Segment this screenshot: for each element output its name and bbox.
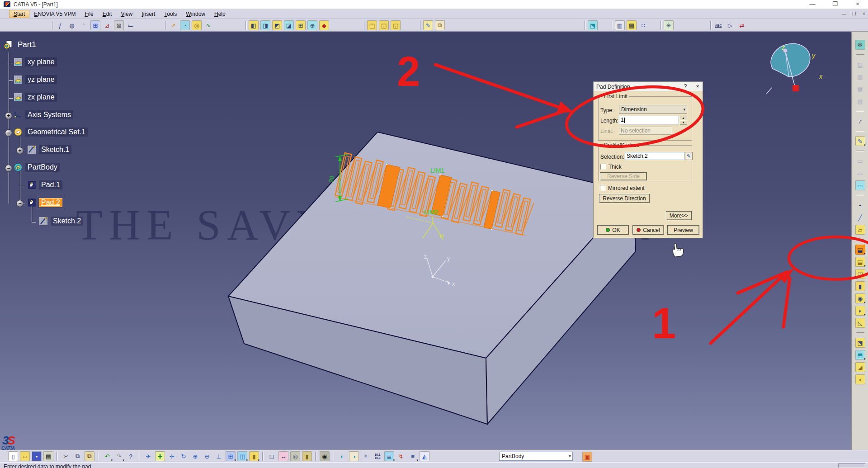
normal-view-button[interactable]: ⊥ bbox=[214, 451, 224, 461]
menu-item-insert[interactable]: Insert bbox=[137, 10, 160, 18]
draft-angle-button[interactable]: ◢ bbox=[855, 362, 865, 372]
tree-item-sketch-1[interactable]: Sketch.1 bbox=[27, 145, 71, 154]
shell-button[interactable]: ◖ bbox=[855, 374, 865, 384]
limit-input[interactable]: No selection bbox=[619, 127, 672, 135]
print-button[interactable]: ▤ bbox=[43, 451, 53, 461]
reverse-direction-button[interactable]: Reverse Direction bbox=[599, 194, 650, 203]
enovia-save-a-button[interactable]: ▤ bbox=[855, 60, 865, 70]
web-globe-button[interactable]: ◍ bbox=[67, 20, 77, 30]
tree-item-sketch-2[interactable]: Sketch.2 bbox=[39, 217, 83, 226]
sketch-edit-button[interactable]: ✎ bbox=[685, 152, 693, 160]
menu-item-view[interactable]: View bbox=[116, 10, 137, 18]
dropdown-arrow-icon[interactable]: ▾ bbox=[123, 459, 124, 462]
swap-tree-button[interactable]: ⇄ bbox=[737, 20, 747, 30]
open-box-2-button[interactable]: ◱ bbox=[379, 20, 389, 30]
dropdown-arrow-icon[interactable]: ▾ bbox=[111, 459, 113, 462]
units-decimals-button[interactable]: 10,110,0 bbox=[373, 451, 382, 461]
boolean-table-button[interactable]: ⊞ bbox=[296, 20, 306, 30]
dropdown-arrow-icon[interactable]: ▾ bbox=[246, 459, 248, 462]
select-button[interactable]: ↑ bbox=[855, 116, 865, 126]
dropdown-arrow-icon[interactable]: ▾ bbox=[393, 459, 395, 462]
tree-item-label[interactable]: PartBody bbox=[25, 163, 60, 172]
tree-item-pad-2[interactable]: Pad.2 bbox=[27, 198, 62, 207]
dropdown-arrow-icon[interactable]: ▾ bbox=[416, 459, 418, 462]
tree-item-axis-systems[interactable]: Axis Systems bbox=[14, 110, 73, 119]
restore-button[interactable]: ❒ bbox=[828, 0, 842, 8]
surface-patch-button[interactable]: ⬔ bbox=[588, 20, 598, 30]
column-pattern-button[interactable]: ▥ bbox=[615, 20, 625, 30]
viewport-3d[interactable]: THE SAVVY ENGINEER 20 LIM1 LIM2 bbox=[0, 32, 868, 450]
design-table-2-button[interactable]: ≡▾ bbox=[408, 451, 418, 461]
whats-this-button[interactable]: ? bbox=[126, 451, 136, 461]
flag-note-button[interactable]: ▷ bbox=[725, 20, 735, 30]
ok-button[interactable]: OK bbox=[597, 225, 629, 235]
close-button[interactable]: × bbox=[851, 0, 864, 8]
fly-mode-button[interactable]: ✈ bbox=[143, 451, 153, 461]
dropdown-arrow-icon[interactable]: ▾ bbox=[234, 459, 236, 462]
annotate-button[interactable]: ▮ bbox=[302, 451, 312, 461]
sketch-box-button[interactable]: ▭ bbox=[855, 180, 865, 190]
extrude-solid-button[interactable]: ◩ bbox=[272, 20, 282, 30]
open-button[interactable]: ▱ bbox=[20, 451, 30, 461]
menu-item-help[interactable]: Help bbox=[210, 10, 230, 18]
tree-item-partbody[interactable]: PartBody bbox=[14, 163, 60, 172]
tree-item-label[interactable]: yz plane bbox=[25, 75, 57, 84]
tree-item-label[interactable]: zx plane bbox=[25, 93, 57, 102]
dialog-close-button[interactable]: × bbox=[694, 83, 701, 90]
spin-down-icon[interactable]: ▼ bbox=[679, 120, 687, 125]
turn-table-button[interactable]: ◐ bbox=[337, 451, 347, 461]
cancel-button[interactable]: Cancel bbox=[632, 225, 664, 235]
dropdown-arrow-icon[interactable]: ▾ bbox=[864, 264, 866, 268]
split-solid-button[interactable]: ◧ bbox=[249, 20, 259, 30]
axis-arrow-button[interactable]: ↗ bbox=[168, 20, 178, 30]
copy-fold-button[interactable]: ⧉ bbox=[435, 20, 445, 30]
grid-dots-button[interactable]: ∷ bbox=[638, 20, 648, 30]
knowledge-flash-button[interactable]: ↯ bbox=[396, 451, 406, 461]
dialog-help-button[interactable]: ? bbox=[682, 83, 689, 90]
cut-button[interactable]: ✂ bbox=[61, 451, 71, 461]
tree-item-label[interactable]: Sketch.1 bbox=[39, 145, 71, 154]
expand-badge[interactable]: + bbox=[5, 112, 12, 119]
wireframe-button[interactable]: ◻ bbox=[267, 451, 277, 461]
dropdown-arrow-icon[interactable]: ▾ bbox=[864, 313, 866, 317]
paste-button[interactable]: ⧉ bbox=[85, 451, 94, 461]
workbench-combo[interactable]: PartBody ▾ bbox=[499, 452, 573, 461]
menu-item-window[interactable]: Window bbox=[181, 10, 210, 18]
shaft-button[interactable]: ▮ bbox=[855, 281, 865, 291]
zoom-out-button[interactable]: ⊖ bbox=[202, 451, 212, 461]
length-input[interactable]: 1 bbox=[619, 116, 679, 124]
pocket-button[interactable]: ⬓▾ bbox=[855, 257, 865, 267]
flag-pattern-button[interactable]: ▤ bbox=[627, 20, 637, 30]
close-surface-button[interactable]: ◨ bbox=[260, 20, 270, 30]
tree-item-yz-plane[interactable]: yz plane bbox=[14, 75, 57, 84]
dropdown-arrow-icon[interactable]: ▾ bbox=[864, 357, 866, 361]
lock-button[interactable]: ⊠ bbox=[114, 20, 124, 30]
catalog-list-button[interactable]: ≔ bbox=[126, 20, 136, 30]
tree-item-label[interactable]: Geometrical Set.1 bbox=[25, 128, 88, 137]
collapse-badge[interactable]: − bbox=[16, 200, 24, 207]
catalog-browser-button[interactable]: ≣▾ bbox=[384, 451, 394, 461]
curve-slice-button[interactable]: ◪ bbox=[284, 20, 294, 30]
enovia-save-d-button[interactable]: ▧ bbox=[855, 96, 865, 106]
open-box-1-button[interactable]: ◰ bbox=[367, 20, 377, 30]
menu-item-edit[interactable]: Edit bbox=[98, 10, 117, 18]
dropdown-arrow-icon[interactable]: ▾ bbox=[864, 252, 866, 255]
focus-target-button[interactable]: ◎ bbox=[192, 20, 202, 30]
expand-badge[interactable]: + bbox=[16, 147, 24, 154]
render-style-button[interactable]: ▮▾ bbox=[249, 451, 259, 461]
fit-all-in-button[interactable]: ✚ bbox=[155, 451, 165, 461]
copy-button[interactable]: ⧉ bbox=[73, 451, 83, 461]
minimize-button[interactable]: — bbox=[806, 0, 819, 8]
chamfer-button[interactable]: ◺ bbox=[855, 318, 865, 328]
selection-input[interactable]: Sketch.2 bbox=[625, 152, 684, 160]
dropdown-arrow-icon[interactable]: ▾ bbox=[864, 143, 866, 147]
sketch-analysis-button[interactable]: ▭ bbox=[855, 168, 865, 178]
collapse-badge[interactable]: − bbox=[5, 165, 12, 172]
menu-item-tools[interactable]: Tools bbox=[160, 10, 181, 18]
design-table-button[interactable]: ⊞ bbox=[90, 20, 100, 30]
workbench-list-button[interactable]: ◭ bbox=[420, 451, 429, 461]
tree-item-label[interactable]: xy plane bbox=[25, 57, 57, 66]
current-workbench-button[interactable]: ✻ bbox=[855, 40, 865, 50]
tree-item-label[interactable]: Pad.2 bbox=[39, 198, 62, 207]
hole-button[interactable]: ◉▾ bbox=[855, 293, 865, 303]
